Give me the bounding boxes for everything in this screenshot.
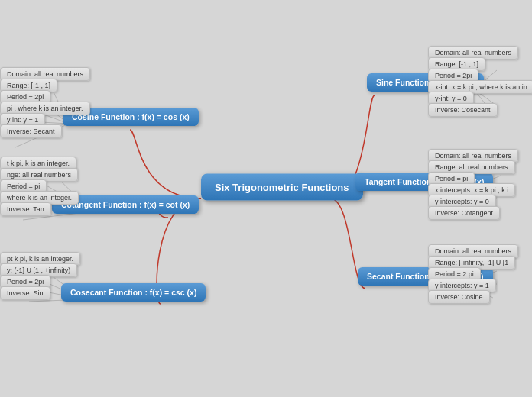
center-node: Six Trigonometric Functions xyxy=(201,174,363,201)
secant-detail-4: Inverse: Cosine xyxy=(428,290,490,304)
cotangent-detail-4: Inverse: Tan xyxy=(0,202,51,216)
cosecant-detail-3: Inverse: Sin xyxy=(0,286,50,300)
tangent-detail-5: Inverse: Cotangent xyxy=(428,206,500,220)
cosine-detail-5: Inverse: Secant xyxy=(0,124,62,138)
sine-detail-5: Inverse: Cosecant xyxy=(428,103,498,117)
cosecant-function-node: Cosecant Function : f(x) = csc (x) xyxy=(61,283,206,302)
